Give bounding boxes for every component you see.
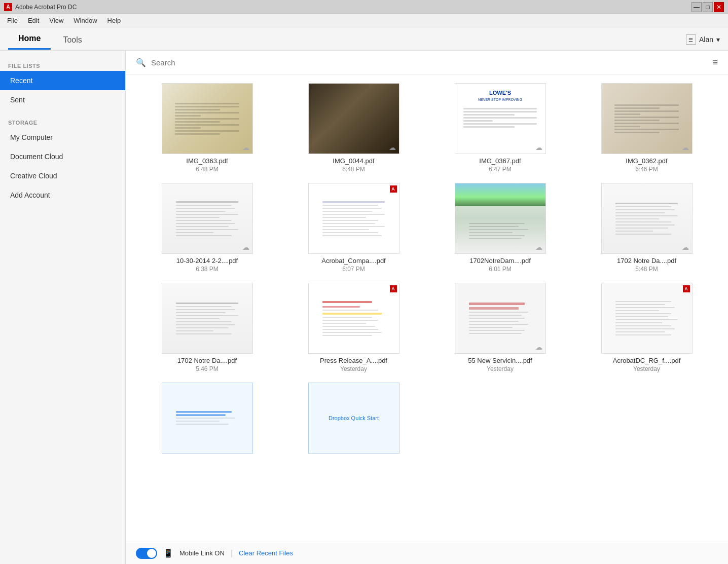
file-name: IMG_0362.pdf [626, 157, 667, 165]
file-item[interactable]: ☁ 55 New Servicin....pdf Yesterday [431, 283, 569, 372]
cloud-icon: ☁ [389, 143, 396, 152]
file-item[interactable]: ☁ 10-30-2014 2-2....pdf 6:38 PM [138, 183, 276, 273]
file-item[interactable]: LOWE'SNEVER STOP IMPROVING ☁ IMG_0367.pd… [431, 83, 569, 173]
file-grid: ☁ IMG_0363.pdf 6:48 PM ☁ IMG_0044.pdf 6:… [126, 75, 728, 542]
file-name: 55 New Servicin....pdf [468, 357, 532, 364]
file-item[interactable]: 1702 Notre Da....pdf 5:46 PM [138, 283, 276, 372]
titlebar: A Adobe Acrobat Pro DC — □ ✕ [0, 0, 728, 14]
file-thumbnail: ☁ [308, 83, 399, 154]
file-item[interactable]: ☁ IMG_0044.pdf 6:48 PM [284, 83, 423, 173]
user-icon: ☰ [686, 34, 696, 45]
tab-home[interactable]: Home [8, 29, 51, 50]
mobile-link-toggle[interactable] [136, 548, 157, 559]
file-time: 6:38 PM [196, 266, 219, 273]
tab-tools[interactable]: Tools [53, 30, 92, 50]
file-name: AcrobatDC_RG_f....pdf [613, 357, 681, 364]
menubar: File Edit View Window Help [0, 14, 728, 27]
file-time: 6:48 PM [196, 166, 219, 173]
adobe-badge: A [390, 285, 397, 292]
file-name: IMG_0363.pdf [186, 157, 228, 165]
sidebar-item-addaccount[interactable]: Add Account [0, 185, 125, 205]
storage-label: STORAGE [0, 116, 125, 128]
file-time: 6:48 PM [342, 166, 365, 173]
file-item[interactable]: ☁ IMG_0363.pdf 6:48 PM [138, 83, 276, 173]
user-menu[interactable]: ☰ Alan ▾ [686, 34, 720, 45]
sidebar-item-creativecloud[interactable]: Creative Cloud [0, 166, 125, 185]
file-item-dropbox[interactable]: Dropbox Quick Start [284, 383, 423, 458]
file-item[interactable]: A Acr [284, 183, 423, 273]
file-name: 10-30-2014 2-2....pdf [176, 257, 238, 265]
user-dropdown-icon: ▾ [716, 35, 720, 44]
file-name: 1702 Notre Da....pdf [177, 357, 237, 364]
adobe-badge: A [683, 285, 690, 292]
sidebar-item-sent[interactable]: Sent [0, 90, 125, 109]
minimize-button[interactable]: — [691, 2, 702, 12]
file-thumbnail: A [308, 283, 399, 354]
close-button[interactable]: ✕ [714, 2, 724, 12]
file-thumbnail: ☁ [601, 183, 693, 254]
cloud-icon: ☁ [242, 243, 249, 251]
menu-view[interactable]: View [44, 15, 68, 26]
file-thumbnail: ☁ [162, 183, 253, 254]
file-thumbnail: ☁ [162, 83, 253, 154]
file-name: 1702NotreDam....pdf [469, 257, 531, 265]
search-input[interactable] [151, 58, 718, 67]
file-thumbnail [162, 283, 253, 354]
file-time: 5:46 PM [196, 365, 219, 372]
cloud-icon: ☁ [682, 143, 689, 152]
bottom-bar: 📱 Mobile Link ON | Clear Recent Files [126, 542, 728, 564]
menu-edit[interactable]: Edit [23, 15, 44, 26]
username: Alan [699, 35, 713, 44]
sidebar-item-documentcloud[interactable]: Document Cloud [0, 147, 125, 166]
separator: | [231, 549, 233, 558]
file-item[interactable]: ☁ 1702NotreDam....pdf 6:01 PM [431, 183, 569, 273]
file-thumbnail: Dropbox Quick Start [308, 383, 399, 454]
mobile-link-icon: 📱 [163, 548, 173, 558]
file-lists-label: FILE LISTS [0, 59, 125, 71]
file-name: IMG_0044.pdf [333, 157, 374, 165]
sidebar: FILE LISTS Recent Sent STORAGE My Comput… [0, 51, 126, 564]
file-thumbnail: A [601, 283, 693, 354]
file-time: Yesterday [633, 365, 660, 372]
menu-help[interactable]: Help [102, 15, 126, 26]
file-time: Yesterday [340, 365, 367, 372]
file-item[interactable]: A Acr [577, 283, 716, 372]
file-time: 5:48 PM [635, 266, 658, 273]
file-item[interactable]: ☁ IMG_0362.pdf 6:46 PM [577, 83, 716, 173]
file-name: IMG_0367.pdf [479, 157, 521, 165]
cloud-icon: ☁ [242, 143, 249, 152]
app-icon: A [4, 3, 12, 11]
file-name: Acrobat_Compa....pdf [321, 257, 385, 265]
file-name: 1702 Notre Da....pdf [617, 257, 676, 265]
file-time: 6:07 PM [342, 266, 365, 273]
file-time: 6:46 PM [635, 166, 658, 173]
main-layout: FILE LISTS Recent Sent STORAGE My Comput… [0, 51, 728, 564]
file-time: 6:47 PM [489, 166, 512, 173]
file-thumbnail: ☁ [601, 83, 693, 154]
file-item[interactable] [138, 383, 276, 458]
adobe-badge: A [390, 185, 397, 193]
file-thumbnail: ☁ [455, 283, 546, 354]
dropbox-text: Dropbox Quick Start [324, 411, 383, 425]
clear-recent-button[interactable]: Clear Recent Files [239, 549, 293, 557]
file-time: Yesterday [487, 365, 514, 372]
file-thumbnail [162, 383, 253, 454]
sidebar-item-mycomputer[interactable]: My Computer [0, 128, 125, 147]
file-name: Press Release_A....pdf [320, 357, 387, 364]
app-title: Adobe Acrobat Pro DC [15, 4, 724, 11]
maximize-button[interactable]: □ [703, 2, 713, 12]
list-view-icon[interactable]: ≡ [712, 57, 718, 68]
file-item[interactable]: ☁ 1702 Notre Da....pdf 5:48 PM [577, 183, 716, 273]
mobile-link-text: Mobile Link ON [179, 549, 225, 557]
cloud-icon: ☁ [682, 243, 689, 251]
cloud-icon: ☁ [535, 143, 542, 152]
sidebar-item-recent[interactable]: Recent [0, 71, 125, 90]
content-area: 🔍 ≡ [126, 51, 728, 564]
search-icon: 🔍 [136, 58, 146, 67]
cloud-icon: ☁ [535, 343, 542, 351]
file-thumbnail: LOWE'SNEVER STOP IMPROVING ☁ [455, 83, 546, 154]
tabbar: Home Tools ☰ Alan ▾ [0, 27, 728, 51]
menu-file[interactable]: File [2, 15, 23, 26]
menu-window[interactable]: Window [68, 15, 102, 26]
file-item[interactable]: A Press Release_A. [284, 283, 423, 372]
